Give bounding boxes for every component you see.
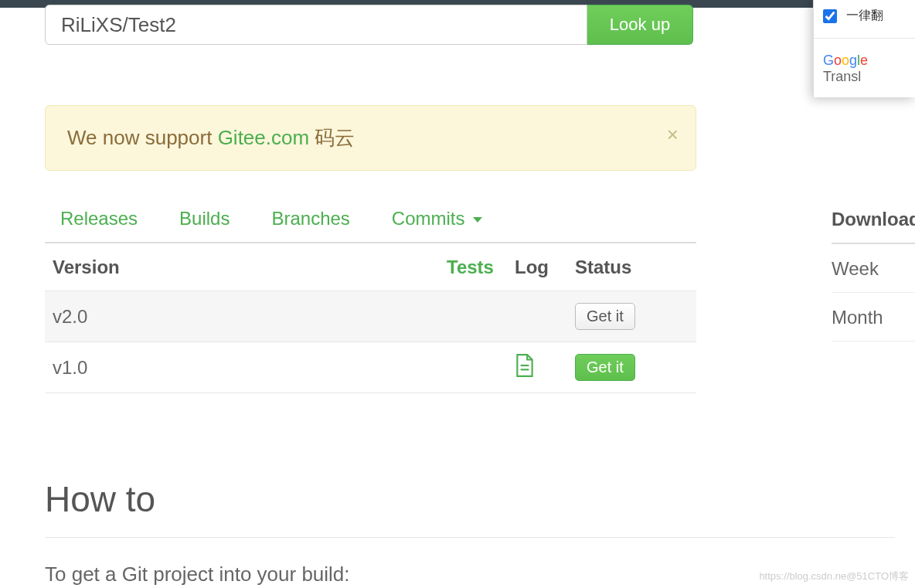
cell-version: v1.0 — [45, 357, 447, 379]
checkbox-input[interactable] — [823, 9, 837, 23]
log-file-icon[interactable] — [515, 354, 535, 377]
col-log: Log — [515, 257, 572, 278]
cell-status: Get it — [572, 303, 696, 330]
google-translate-panel: 一律翻 Google Transl — [813, 0, 915, 97]
close-icon[interactable]: × — [667, 123, 679, 147]
alert-text-prefix: We now support — [67, 126, 218, 149]
repo-search-input[interactable] — [45, 5, 587, 45]
get-it-button[interactable]: Get it — [575, 303, 635, 330]
tab-commits[interactable]: Commits — [392, 208, 482, 229]
always-translate-checkbox[interactable]: 一律翻 — [823, 8, 906, 24]
google-translate-brand: Google Transl — [823, 53, 906, 85]
tab-commits-label: Commits — [392, 208, 465, 229]
tab-releases[interactable]: Releases — [60, 208, 138, 229]
divider — [814, 38, 915, 39]
table-row: v2.0 Get it — [45, 291, 696, 342]
watermark: https://blog.csdn.ne@51CTO博客 — [759, 569, 909, 583]
downloads-heading: Download — [832, 209, 915, 244]
downloads-week[interactable]: Week — [832, 244, 915, 293]
table-header: Version Tests Log Status — [45, 243, 696, 291]
gitee-link[interactable]: Gitee.com — [218, 126, 310, 149]
lookup-button[interactable]: Look up — [587, 5, 693, 45]
cell-version: v2.0 — [45, 306, 447, 328]
releases-table: Version Tests Log Status v2.0 Get it v1.… — [45, 242, 696, 393]
howto-heading: How to — [45, 478, 895, 538]
cell-log — [515, 354, 572, 382]
col-tests: Tests — [447, 257, 515, 278]
search-row: Look up — [0, 5, 915, 45]
col-version: Version — [45, 257, 447, 278]
tab-builds[interactable]: Builds — [179, 208, 230, 229]
brand-suffix: Transl — [823, 69, 861, 84]
alert-text-suffix: 码云 — [309, 126, 355, 149]
howto-subtitle: To get a Git project into your build: — [45, 563, 742, 586]
downloads-month[interactable]: Month — [832, 293, 915, 342]
downloads-sidebar: Download Week Month — [832, 209, 915, 342]
table-row: v1.0 Get it — [45, 342, 696, 393]
checkbox-label: 一律翻 — [846, 8, 883, 24]
tab-branches[interactable]: Branches — [271, 208, 349, 229]
build-tabs: Releases Builds Branches Commits — [45, 208, 742, 242]
cell-status: Get it — [572, 354, 696, 381]
get-it-button[interactable]: Get it — [575, 354, 635, 381]
chevron-down-icon — [473, 217, 482, 223]
info-alert: We now support Gitee.com 码云 × — [45, 105, 696, 171]
col-status: Status — [572, 257, 696, 278]
